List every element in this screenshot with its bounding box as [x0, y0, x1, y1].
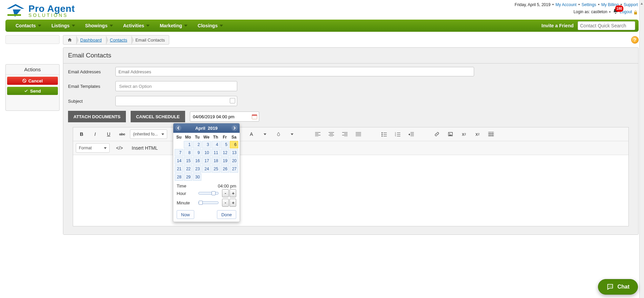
- superscript-button[interactable]: x2: [472, 129, 483, 139]
- datepicker-day[interactable]: 26: [221, 165, 229, 173]
- datepicker-day[interactable]: 2: [193, 141, 201, 148]
- align-right-button[interactable]: [339, 129, 351, 139]
- datepicker-day[interactable]: 7: [175, 149, 183, 156]
- align-left-icon: [315, 132, 320, 136]
- datepicker-day[interactable]: 28: [175, 173, 183, 181]
- datepicker-day[interactable]: 19: [221, 157, 229, 165]
- help-button[interactable]: ?: [631, 36, 639, 44]
- table-button[interactable]: [485, 129, 497, 139]
- datepicker-day[interactable]: 15: [184, 157, 192, 165]
- minute-slider[interactable]: [198, 201, 219, 204]
- email-templates-select[interactable]: Select an Option: [115, 81, 237, 91]
- minute-plus-button[interactable]: +: [229, 199, 236, 207]
- datepicker-day[interactable]: 23: [193, 165, 201, 173]
- breadcrumb-contacts[interactable]: Contacts: [106, 35, 131, 44]
- highlight-picker[interactable]: [286, 129, 298, 139]
- breadcrumb-dashboard[interactable]: Dashboard: [76, 35, 106, 44]
- datepicker-day[interactable]: 6: [230, 141, 238, 148]
- nav-item-listings[interactable]: Listings: [51, 23, 75, 28]
- datepicker-day[interactable]: 16: [193, 157, 201, 165]
- nav-item-closings[interactable]: Closings: [198, 23, 223, 28]
- datepicker-day[interactable]: 12: [221, 149, 229, 156]
- minute-minus-button[interactable]: -: [222, 199, 229, 207]
- datepicker-day[interactable]: 8: [184, 149, 192, 156]
- datepicker-now-button[interactable]: Now: [177, 210, 194, 219]
- chevron-down-icon: [38, 25, 41, 27]
- page-scrollbar[interactable]: ▴: [639, 0, 644, 242]
- notifications-button[interactable]: 180: [613, 8, 619, 16]
- nav-item-marketing[interactable]: Marketing: [160, 23, 187, 28]
- font-color-picker[interactable]: [259, 129, 271, 139]
- email-addresses-input[interactable]: [115, 67, 474, 76]
- link-button[interactable]: [431, 129, 443, 139]
- calendar-icon[interactable]: [251, 113, 258, 120]
- font-color-button[interactable]: A: [246, 129, 257, 139]
- support-link[interactable]: Support: [624, 2, 638, 7]
- datepicker-day[interactable]: 4: [212, 141, 220, 148]
- contact-quick-search-input[interactable]: [578, 21, 635, 30]
- settings-link[interactable]: Settings: [581, 2, 596, 7]
- datepicker-day[interactable]: 14: [175, 157, 183, 165]
- cancel-schedule-button[interactable]: CANCEL SCHEDULE: [131, 111, 185, 122]
- svg-rect-13: [488, 132, 494, 136]
- hour-minus-button[interactable]: -: [222, 189, 229, 197]
- datepicker-day[interactable]: 13: [230, 149, 238, 156]
- format-select[interactable]: Format: [76, 143, 110, 153]
- side-toolbar-placeholder: [5, 35, 60, 44]
- editor-body[interactable]: [73, 155, 628, 226]
- datepicker-day[interactable]: 17: [202, 157, 210, 165]
- svg-rect-0: [7, 14, 21, 16]
- my-account-link[interactable]: My Account: [556, 2, 577, 7]
- datepicker-day[interactable]: 30: [193, 173, 201, 181]
- datepicker-day[interactable]: 9: [193, 149, 201, 156]
- cancel-button[interactable]: Cancel: [7, 77, 58, 85]
- datepicker-done-button[interactable]: Done: [217, 210, 236, 219]
- hour-slider[interactable]: [198, 192, 219, 195]
- code-view-button[interactable]: </>: [114, 143, 125, 153]
- highlight-button[interactable]: [273, 129, 284, 139]
- subject-token-icon[interactable]: [230, 98, 235, 103]
- outdent-button[interactable]: [405, 129, 417, 139]
- align-center-button[interactable]: [326, 129, 337, 139]
- datepicker-day[interactable]: 18: [212, 157, 220, 165]
- subject-input[interactable]: [115, 96, 237, 106]
- nav-item-showings[interactable]: Showings: [85, 23, 113, 28]
- bold-button[interactable]: B: [76, 129, 87, 139]
- align-left-button[interactable]: [312, 129, 324, 139]
- breadcrumb-home[interactable]: [63, 35, 76, 44]
- underline-button[interactable]: U: [103, 129, 114, 139]
- datepicker-day[interactable]: 11: [212, 149, 220, 156]
- bullet-list-button[interactable]: [378, 129, 390, 139]
- hour-plus-button[interactable]: +: [229, 189, 236, 197]
- nav-item-contacts[interactable]: Contacts: [16, 23, 41, 28]
- number-list-button[interactable]: 123: [392, 129, 403, 139]
- strike-button[interactable]: abc: [116, 129, 128, 139]
- datepicker-day[interactable]: 25: [212, 165, 220, 173]
- datepicker-day[interactable]: 1: [184, 141, 192, 148]
- italic-button[interactable]: I: [89, 129, 101, 139]
- datepicker-day[interactable]: 10: [202, 149, 210, 156]
- insert-html-button[interactable]: Insert HTML: [129, 143, 160, 153]
- align-justify-button[interactable]: [353, 129, 364, 139]
- datepicker-next-button[interactable]: [231, 125, 238, 131]
- datepicker-day[interactable]: 20: [230, 157, 238, 165]
- nav-item-activities[interactable]: Activities: [123, 23, 150, 28]
- subscript-button[interactable]: x2: [458, 129, 470, 139]
- number-list-icon: 123: [395, 132, 400, 136]
- datepicker-day[interactable]: 5: [221, 141, 229, 148]
- datepicker-day[interactable]: 3: [202, 141, 210, 148]
- datepicker-day[interactable]: 29: [184, 173, 192, 181]
- logo-icon: [6, 3, 26, 18]
- datepicker-day[interactable]: 22: [184, 165, 192, 173]
- datepicker-day[interactable]: 27: [230, 165, 238, 173]
- datepicker-prev-button[interactable]: [175, 125, 181, 131]
- datepicker-day[interactable]: 24: [202, 165, 210, 173]
- font-family-select[interactable]: (inherited fo...: [130, 129, 167, 139]
- attach-documents-button[interactable]: ATTACH DOCUMENTS: [68, 111, 126, 122]
- svg-point-12: [449, 133, 450, 134]
- send-button[interactable]: Send: [7, 87, 58, 95]
- invite-friend-link[interactable]: Invite a Friend: [541, 23, 574, 28]
- datepicker-day[interactable]: 21: [175, 165, 183, 173]
- schedule-datetime-input[interactable]: [190, 111, 259, 122]
- image-button[interactable]: [445, 129, 456, 139]
